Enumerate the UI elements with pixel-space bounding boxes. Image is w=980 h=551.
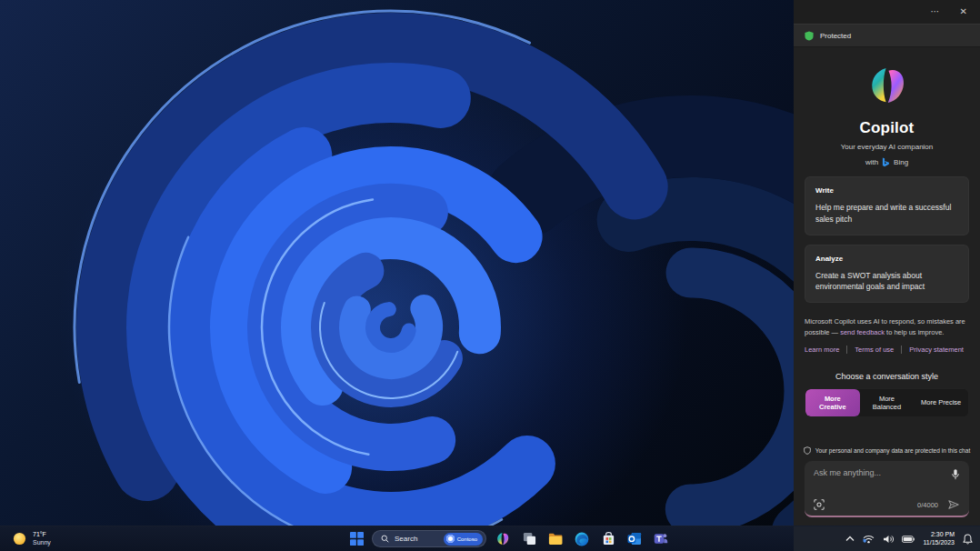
- clock-date: 11/15/2023: [923, 539, 955, 547]
- copilot-taskbar-icon[interactable]: [493, 529, 513, 549]
- suggestion-card-text: Create a SWOT analysis about environment…: [815, 270, 958, 294]
- panel-titlebar: ⋯ ✕: [794, 0, 980, 24]
- copilot-tagline: Your everyday AI companion: [805, 143, 969, 151]
- teams-icon[interactable]: [651, 529, 671, 549]
- suggestion-card-category: Analyze: [815, 255, 958, 263]
- clock-time: 2:30 PM: [931, 531, 955, 539]
- conversation-style-toggle: More Creative More Balanced More Precise: [805, 388, 969, 417]
- windows-desktop-screen: ⋯ ✕ Protected Copilot Your everyday AI c…: [0, 0, 980, 551]
- char-counter: 0/4000: [917, 501, 938, 509]
- ai-disclaimer: Microsoft Copilot uses AI to respond, so…: [805, 316, 969, 337]
- search-label: Search: [395, 535, 438, 543]
- conversation-style-title: Choose a conversation style: [805, 372, 969, 381]
- learn-more-link[interactable]: Learn more: [805, 346, 839, 354]
- outlook-icon[interactable]: [625, 529, 645, 549]
- style-more-creative-button[interactable]: More Creative: [805, 389, 860, 416]
- disclaimer-text: to help us improve.: [885, 328, 944, 336]
- panel-body: Copilot Your everyday AI companion with …: [794, 47, 980, 526]
- bloom-illustration: [0, 0, 794, 526]
- tray-overflow-chevron[interactable]: [845, 536, 855, 542]
- protected-shield-icon: [805, 31, 814, 41]
- privacy-statement-link[interactable]: Privacy statement: [909, 346, 964, 354]
- shield-outline-icon: [804, 446, 811, 455]
- chat-composer[interactable]: 0/4000: [805, 461, 969, 517]
- bing-label: Bing: [894, 158, 908, 166]
- edge-browser-icon[interactable]: [572, 529, 592, 549]
- copilot-logo-icon: [866, 65, 908, 111]
- task-view-icon[interactable]: [519, 529, 539, 549]
- close-icon[interactable]: ✕: [956, 5, 971, 18]
- taskbar-center: Search Contoso: [348, 526, 671, 551]
- clock-widget[interactable]: 2:30 PM 11/15/2023: [923, 531, 955, 547]
- microsoft-store-icon[interactable]: [598, 529, 618, 549]
- suggestion-card-text: Help me prepare and write a successful s…: [815, 202, 958, 225]
- weather-condition: Sunny: [33, 539, 51, 546]
- search-icon: [381, 535, 389, 543]
- protected-status-bar: Protected: [794, 24, 980, 47]
- copilot-sidebar-panel: ⋯ ✕ Protected Copilot Your everyday AI c…: [794, 0, 980, 526]
- volume-icon[interactable]: [883, 535, 894, 544]
- style-more-precise-button[interactable]: More Precise: [914, 389, 968, 416]
- contoso-account-badge: Contoso: [444, 533, 483, 546]
- protected-label: Protected: [820, 32, 851, 40]
- system-tray: 2:30 PM 11/15/2023: [845, 526, 973, 551]
- suggestion-card-analyze[interactable]: Analyze Create a SWOT analysis about env…: [805, 245, 969, 304]
- with-label: with: [865, 158, 878, 166]
- copilot-brand-block: Copilot Your everyday AI companion with …: [805, 65, 969, 167]
- wifi-icon[interactable]: [863, 535, 875, 544]
- chat-input[interactable]: [814, 468, 950, 477]
- microphone-button[interactable]: [951, 468, 960, 481]
- with-bing-row: with Bing: [805, 157, 969, 167]
- contoso-logo-icon: [446, 535, 455, 543]
- weather-widget[interactable]: 71°F Sunny: [13, 526, 51, 551]
- contoso-label: Contoso: [457, 536, 477, 542]
- suggestion-card-category: Write: [815, 186, 958, 195]
- desktop-wallpaper: [0, 0, 794, 526]
- battery-icon[interactable]: [902, 536, 915, 543]
- style-more-balanced-button[interactable]: More Balanced: [860, 389, 915, 416]
- taskbar: 71°F Sunny Search Contoso: [0, 526, 980, 551]
- more-options-button[interactable]: ⋯: [927, 5, 944, 18]
- add-screenshot-button[interactable]: [814, 499, 825, 510]
- footer-links-row: Learn more Terms of use Privacy statemen…: [805, 346, 969, 354]
- send-button[interactable]: [947, 499, 960, 510]
- file-explorer-icon[interactable]: [545, 529, 565, 549]
- send-feedback-link[interactable]: send feedback: [840, 328, 885, 336]
- link-divider: [846, 346, 847, 354]
- data-protection-text: Your personal and company data are prote…: [815, 447, 971, 454]
- start-button[interactable]: [348, 530, 365, 547]
- search-box[interactable]: Search Contoso: [372, 530, 486, 547]
- notification-bell-icon[interactable]: [963, 534, 973, 545]
- data-protection-note: Your personal and company data are prote…: [805, 446, 969, 455]
- bing-logo-icon: [882, 157, 890, 167]
- weather-temperature: 71°F: [33, 531, 51, 538]
- copilot-title: Copilot: [805, 119, 969, 137]
- link-divider: [901, 346, 902, 354]
- suggestion-card-write[interactable]: Write Help me prepare and write a succes…: [805, 176, 969, 235]
- terms-of-use-link[interactable]: Terms of use: [855, 346, 894, 354]
- sun-icon: [13, 532, 26, 546]
